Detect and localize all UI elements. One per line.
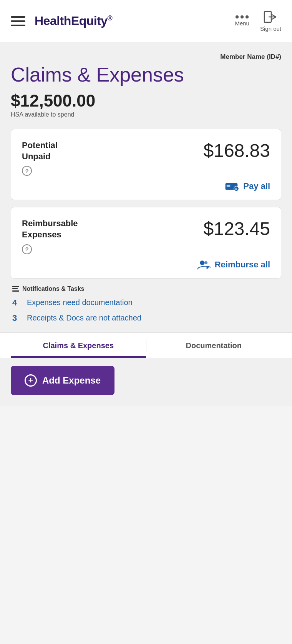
hamburger-menu-icon[interactable] (11, 16, 25, 26)
notif-text-1: Receipts & Docs are not attached (27, 314, 141, 322)
reimburse-icon (197, 259, 211, 270)
reimburse-all-link[interactable]: Reimburse all (215, 260, 270, 270)
reimbursable-help: ? (22, 244, 78, 254)
page-title: Claims & Expenses (11, 64, 281, 86)
add-expense-section: + Add Expense (0, 358, 292, 406)
notification-item-1[interactable]: 3 Receipts & Docs are not attached (12, 313, 280, 323)
signout-button[interactable]: Sign out (260, 10, 281, 32)
tabs-row: Claims & Expenses Documentation (11, 333, 281, 358)
notifications-section: Notifications & Tasks 4 Expenses need do… (11, 285, 281, 323)
unpaid-label: Potential Unpaid ? (22, 140, 58, 176)
unpaid-help-icon[interactable]: ? (22, 166, 32, 176)
unpaid-help: ? (22, 166, 58, 176)
app-header: HealthEquity® Menu Sign out (0, 0, 292, 42)
main-content: Member Name (ID#) Claims & Expenses $12,… (0, 42, 292, 358)
add-expense-label: Add Expense (42, 375, 101, 386)
reimbursable-card: Reimbursable Expenses ? $123.45 Reimburs… (11, 207, 281, 278)
member-name: Member Name (ID#) (11, 53, 281, 61)
app-logo: HealthEquity® (35, 14, 112, 28)
tabs-section: Claims & Expenses Documentation (0, 332, 292, 358)
tab-documentation[interactable]: Documentation (146, 333, 282, 358)
menu-dots-icon (236, 15, 249, 18)
unpaid-action: $ Pay all (22, 180, 270, 192)
reimbursable-label-line2: Expenses (22, 230, 61, 239)
logo-light-text: Health (35, 14, 71, 28)
unpaid-card: Potential Unpaid ? $168.83 $ Pay all (11, 129, 281, 200)
notifications-title: Notifications & Tasks (12, 285, 280, 292)
unpaid-amount: $168.83 (203, 140, 270, 161)
menu-button[interactable]: Menu (235, 15, 249, 27)
notifications-list-icon (12, 286, 19, 292)
reimbursable-help-icon[interactable]: ? (22, 244, 32, 254)
reimbursable-label-line1: Reimbursable (22, 219, 78, 228)
notif-text-0: Expenses need documentation (27, 298, 133, 307)
add-expense-button[interactable]: + Add Expense (11, 366, 114, 395)
pay-icon: $ (225, 180, 239, 192)
unpaid-label-line2: Unpaid (22, 152, 51, 161)
reimbursable-label: Reimbursable Expenses ? (22, 218, 78, 254)
reimbursable-amount: $123.45 (203, 218, 270, 239)
logo-bold-text: Equity (71, 14, 108, 28)
hsa-amount: $12,500.00 (11, 91, 281, 110)
reimbursable-card-inner: Reimbursable Expenses ? $123.45 (22, 218, 270, 254)
header-left: HealthEquity® (11, 14, 112, 28)
notifications-title-text: Notifications & Tasks (22, 285, 85, 292)
notif-count-0: 4 (12, 298, 21, 308)
unpaid-card-inner: Potential Unpaid ? $168.83 (22, 140, 270, 176)
tab-documentation-label: Documentation (186, 341, 242, 350)
menu-label: Menu (235, 20, 249, 27)
logo-registered: ® (108, 14, 113, 22)
hsa-label: HSA available to spend (11, 111, 281, 118)
tab-claims-expenses-label: Claims & Expenses (43, 341, 114, 350)
notification-item-0[interactable]: 4 Expenses need documentation (12, 298, 280, 308)
signout-icon (264, 10, 277, 24)
signout-label: Sign out (260, 25, 281, 32)
svg-point-7 (204, 261, 207, 264)
reimbursable-action: Reimburse all (22, 259, 270, 270)
notif-count-1: 3 (12, 313, 21, 323)
tab-claims-expenses[interactable]: Claims & Expenses (11, 333, 146, 358)
svg-text:$: $ (235, 187, 237, 191)
unpaid-label-line1: Potential (22, 140, 58, 150)
add-expense-icon: + (25, 374, 37, 387)
header-right: Menu Sign out (235, 10, 281, 32)
svg-point-6 (200, 260, 204, 265)
pay-all-link[interactable]: Pay all (243, 181, 270, 191)
svg-rect-3 (227, 185, 231, 187)
